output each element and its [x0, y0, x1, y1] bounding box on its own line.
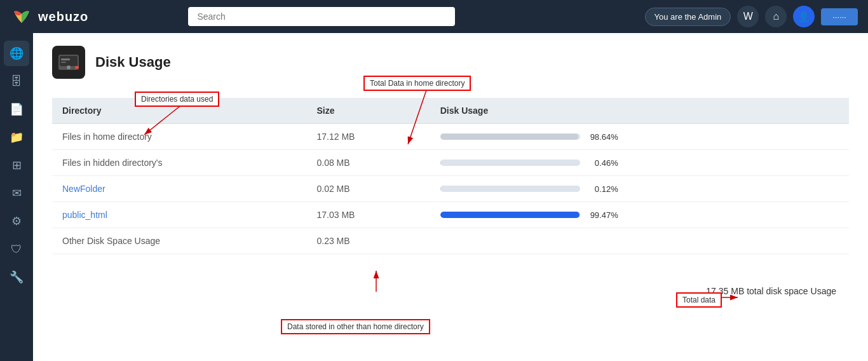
cell-disk-usage: 98.64% [430, 124, 849, 150]
wordpress-icon-btn[interactable]: W [737, 6, 759, 27]
cell-disk-usage [430, 228, 849, 254]
logo: webuzo [10, 5, 88, 28]
cell-size: 0.02 MB [306, 176, 430, 202]
progress-bar-fill [440, 160, 441, 166]
percent-label: 98.64% [587, 132, 618, 142]
sidebar: 🌐 🗄 📄 📁 ⊞ ✉ ⚙ 🛡 🔧 [0, 33, 33, 361]
globe-icon: 🌐 [10, 46, 24, 60]
sidebar-item-mail[interactable]: ✉ [4, 180, 29, 206]
cell-size: 0.23 MB [306, 228, 430, 254]
database-icon: 🗄 [11, 75, 22, 88]
progress-bar-bg [440, 186, 580, 192]
folder-icon: 📁 [10, 130, 24, 144]
disk-icon [52, 46, 85, 79]
progress-wrap: 98.64% [440, 132, 839, 142]
wordpress-icon: W [743, 11, 753, 22]
main-content: Disk Usage Directories data used Total D… [33, 33, 868, 361]
progress-wrap: 0.12% [440, 184, 839, 194]
table-row: public_html17.03 MB99.47% [52, 202, 849, 228]
annotation-total-home: Total Data in home directory [363, 76, 471, 91]
home-icon: ⌂ [773, 11, 779, 22]
sidebar-item-grid[interactable]: ⊞ [4, 153, 29, 178]
cell-size: 0.08 MB [306, 150, 430, 176]
mail-icon: ✉ [12, 186, 22, 200]
progress-wrap: 99.47% [440, 210, 839, 220]
settings-icon: ⚙ [11, 214, 22, 228]
svg-rect-4 [61, 58, 70, 60]
progress-bar-bg [440, 160, 580, 166]
cell-directory: Files in hidden directory's [52, 150, 306, 176]
cell-directory[interactable]: NewFolder [52, 176, 306, 202]
table-row: Other Disk Space Usage0.23 MB [52, 228, 849, 254]
file-icon: 📄 [10, 102, 24, 116]
col-size: Size [306, 98, 430, 124]
cell-disk-usage: 0.12% [430, 176, 849, 202]
arrow-total [627, 280, 849, 318]
user-icon: 👤 [797, 11, 810, 23]
table-row: Files in home directory17.12 MB98.64% [52, 124, 849, 150]
cell-directory[interactable]: public_html [52, 202, 306, 228]
total-disk-space: 17.35 MB total disk space Usage [706, 286, 836, 296]
annotation-area: Directories data used Total Data in home… [52, 98, 849, 296]
navbar: webuzo You are the Admin W ⌂ 👤 ······ [0, 0, 868, 33]
sidebar-item-shield[interactable]: 🛡 [4, 236, 29, 262]
cell-directory: Other Disk Space Usage [52, 228, 306, 254]
svg-point-3 [67, 65, 71, 69]
progress-bar-fill [440, 212, 580, 218]
progress-wrap: 0.46% [440, 158, 839, 168]
search-input[interactable] [188, 7, 455, 26]
percent-label: 0.46% [587, 158, 618, 168]
user-name-button[interactable]: ······ [821, 8, 858, 25]
progress-bar-bg [440, 212, 580, 218]
svg-rect-2 [60, 56, 78, 66]
percent-label: 99.47% [587, 210, 618, 220]
progress-bar-bg [440, 133, 580, 140]
table-row: Files in hidden directory's0.08 MB0.46% [52, 150, 849, 176]
sidebar-item-settings[interactable]: ⚙ [4, 208, 29, 234]
annotation-other-data: Data stored in other than home directory [281, 319, 430, 334]
footer-totals: Total data 17.35 MB total disk space Usa… [52, 286, 849, 296]
page-header: Disk Usage [52, 46, 849, 79]
shield-icon: 🛡 [11, 243, 22, 256]
navbar-right: You are the Admin W ⌂ 👤 ······ [645, 6, 858, 27]
cell-directory: Files in home directory [52, 124, 306, 150]
webuzo-logo-icon [10, 5, 33, 28]
sidebar-item-file[interactable]: 📄 [4, 97, 29, 122]
user-icon-btn[interactable]: 👤 [793, 6, 815, 27]
grid-icon: ⊞ [12, 158, 22, 172]
cell-disk-usage: 99.47% [430, 202, 849, 228]
annotation-total-data: Total data [676, 292, 722, 308]
cell-size: 17.03 MB [306, 202, 430, 228]
cell-size: 17.12 MB [306, 124, 430, 150]
wrench-icon: 🔧 [10, 270, 24, 284]
col-disk-usage: Disk Usage [430, 98, 849, 124]
svg-rect-5 [61, 62, 66, 63]
page-title: Disk Usage [95, 54, 171, 71]
sidebar-item-folder[interactable]: 📁 [4, 125, 29, 150]
hdd-icon [56, 50, 81, 75]
table-row: NewFolder0.02 MB0.12% [52, 176, 849, 202]
cell-disk-usage: 0.46% [430, 150, 849, 176]
annotation-directories: Directories data used [135, 92, 219, 107]
sidebar-item-wrench[interactable]: 🔧 [4, 264, 29, 290]
progress-bar-fill [440, 133, 578, 140]
home-icon-btn[interactable]: ⌂ [765, 6, 787, 27]
disk-usage-table: Directory Size Disk Usage Files in home … [52, 98, 849, 254]
admin-badge: You are the Admin [645, 8, 731, 26]
search-box[interactable] [188, 7, 455, 26]
sidebar-item-globe[interactable]: 🌐 [4, 41, 29, 66]
percent-label: 0.12% [587, 184, 618, 194]
logo-text: webuzo [38, 10, 88, 24]
sidebar-item-database[interactable]: 🗄 [4, 69, 29, 94]
svg-rect-6 [75, 66, 79, 69]
